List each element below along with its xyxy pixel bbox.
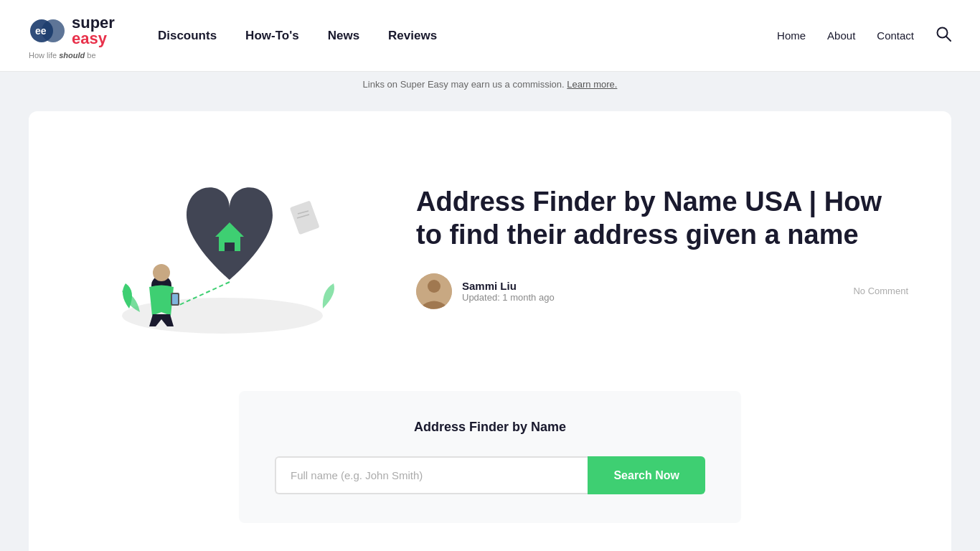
- nav-news[interactable]: News: [328, 29, 359, 43]
- author-name: Sammi Liu: [462, 280, 555, 292]
- logo-easy: easy: [72, 31, 115, 47]
- author-info: Sammi Liu Updated: 1 month ago: [416, 273, 555, 309]
- svg-rect-6: [225, 242, 235, 251]
- author-updated: Updated: 1 month ago: [462, 292, 555, 303]
- header-right: Home About Contact: [777, 26, 951, 45]
- hero-illustration: [72, 147, 373, 348]
- svg-point-9: [153, 264, 170, 281]
- logo-icon: ee: [29, 12, 66, 50]
- site-header: ee super easy How life should be Discoun…: [0, 0, 980, 72]
- logo-tagline: How life should be: [29, 51, 96, 60]
- svg-point-16: [428, 280, 440, 293]
- search-widget: Address Finder by Name Search Now: [239, 391, 741, 523]
- nav-home[interactable]: Home: [777, 29, 806, 42]
- nav-contact[interactable]: Contact: [877, 29, 914, 42]
- commission-bar: Links on Super Easy may earn us a commis…: [0, 72, 980, 97]
- main-nav: Discounts How-To's News Reviews: [158, 29, 437, 43]
- site-logo[interactable]: ee super easy How life should be: [29, 12, 115, 60]
- search-icon-button[interactable]: [936, 26, 951, 45]
- author-row: Sammi Liu Updated: 1 month ago No Commen…: [416, 273, 908, 309]
- logo-text: super easy: [72, 15, 115, 47]
- no-comment: No Comment: [853, 286, 908, 296]
- article-title: Address Finder by Name USA | How to find…: [416, 186, 908, 251]
- search-now-button[interactable]: Search Now: [588, 456, 705, 494]
- nav-about[interactable]: About: [827, 29, 855, 42]
- main-card: Address Finder by Name USA | How to find…: [29, 111, 951, 551]
- svg-rect-12: [290, 200, 320, 235]
- svg-text:ee: ee: [35, 25, 47, 37]
- name-search-input[interactable]: [275, 456, 588, 494]
- hero-section: Address Finder by Name USA | How to find…: [72, 147, 908, 348]
- nav-reviews[interactable]: Reviews: [388, 29, 437, 43]
- svg-line-4: [946, 37, 951, 41]
- nav-discounts[interactable]: Discounts: [158, 29, 217, 43]
- learn-more-link[interactable]: Learn more.: [567, 79, 617, 90]
- illustration-svg: [86, 151, 359, 344]
- header-left: ee super easy How life should be Discoun…: [29, 12, 437, 60]
- author-avatar: [416, 273, 452, 309]
- nav-howtos[interactable]: How-To's: [245, 29, 299, 43]
- logo-super: super: [72, 15, 115, 31]
- search-icon: [936, 26, 951, 42]
- author-details: Sammi Liu Updated: 1 month ago: [462, 280, 555, 303]
- search-widget-title: Address Finder by Name: [275, 420, 705, 435]
- search-row: Search Now: [275, 456, 705, 494]
- hero-content: Address Finder by Name USA | How to find…: [416, 186, 908, 309]
- svg-rect-11: [172, 294, 178, 304]
